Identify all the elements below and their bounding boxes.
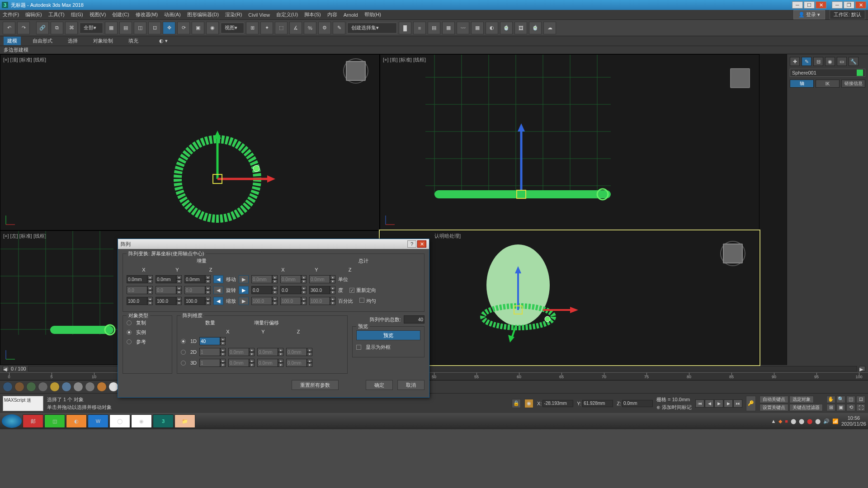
- task-app-4[interactable]: W: [88, 414, 108, 428]
- viewport-front[interactable]: [+] [前] [标准] [线框]: [380, 54, 760, 230]
- pivot-button[interactable]: ⊞: [246, 22, 259, 34]
- cancel-button[interactable]: 取消: [397, 380, 425, 390]
- manip-button[interactable]: ✦: [260, 22, 273, 34]
- spinner-snap-button[interactable]: ⚙: [318, 22, 331, 34]
- isolate-button[interactable]: ◉: [524, 399, 533, 408]
- nav-zoom-ext[interactable]: ⊞: [826, 404, 835, 411]
- ribbon-tab-populate[interactable]: 填充: [125, 37, 142, 45]
- refcoord-selector[interactable]: 视图 ▾: [221, 23, 244, 33]
- object-color-swatch[interactable]: [857, 70, 863, 76]
- link-button[interactable]: 🔗: [36, 22, 49, 34]
- radio-1d[interactable]: [181, 339, 186, 344]
- scale-x-incr[interactable]: ▲▼: [127, 297, 153, 305]
- minimize2-button[interactable]: ─: [832, 1, 843, 9]
- viewport-perspective[interactable]: 认明暗处理]: [380, 230, 760, 365]
- task-app-5[interactable]: ◯: [109, 414, 130, 428]
- menu-script[interactable]: 脚本(S): [304, 11, 321, 18]
- task-explorer[interactable]: 📁: [175, 414, 195, 428]
- task-app-2[interactable]: ◫: [44, 414, 65, 428]
- workspace-selector[interactable]: 工作区: 默认: [830, 10, 865, 19]
- rotate-right-arrow[interactable]: ▶: [239, 286, 249, 294]
- undo-button[interactable]: ↶: [3, 22, 15, 34]
- window-crossing-button[interactable]: ⊡: [148, 22, 161, 34]
- coord-x[interactable]: X:: [537, 400, 573, 407]
- move-x-incr[interactable]: ▲▼: [127, 275, 153, 283]
- uniform-check[interactable]: [359, 298, 364, 303]
- lt-8[interactable]: [85, 382, 95, 392]
- lt-3[interactable]: [26, 382, 36, 392]
- radio-reference[interactable]: [127, 339, 132, 344]
- curve-editor-button[interactable]: 〰: [457, 22, 469, 34]
- task-3dsmax[interactable]: 3: [153, 414, 174, 428]
- select-name-button[interactable]: ▤: [119, 22, 132, 34]
- maxscript-listener[interactable]: MAXScript 迷: [3, 396, 43, 411]
- render-button[interactable]: 🍵: [529, 22, 542, 34]
- rotate-left-arrow[interactable]: ◀: [213, 286, 223, 294]
- menu-civilview[interactable]: Civil View: [248, 12, 269, 18]
- reorient-check[interactable]: [349, 288, 354, 293]
- lt-2[interactable]: [14, 382, 24, 392]
- radio-2d[interactable]: [181, 350, 186, 355]
- lt-4[interactable]: [38, 382, 48, 392]
- align-button[interactable]: ≡: [413, 22, 426, 34]
- menu-view[interactable]: 视图(V): [90, 11, 106, 18]
- select-object-button[interactable]: ▦: [105, 22, 118, 34]
- scale-button[interactable]: ▣: [192, 22, 204, 34]
- start-button[interactable]: [2, 414, 22, 428]
- close2-button[interactable]: ✕: [855, 1, 866, 9]
- coord-z[interactable]: Z:: [617, 400, 653, 407]
- render-frame-button[interactable]: 🖼: [514, 22, 527, 34]
- menu-file[interactable]: 文件(F): [3, 11, 19, 18]
- goto-start-button[interactable]: ⏮: [695, 399, 704, 408]
- tray-icon[interactable]: 🔊: [823, 418, 830, 424]
- login-button[interactable]: 👤 登录 ▾: [793, 10, 825, 19]
- lt-10[interactable]: [108, 382, 118, 392]
- tab-utilities[interactable]: 🔧: [849, 57, 859, 66]
- layer-button[interactable]: ▤: [428, 22, 440, 34]
- rotate-button[interactable]: ⟳: [177, 22, 190, 34]
- placement-button[interactable]: ◉: [206, 22, 219, 34]
- render-setup-button[interactable]: 🍵: [500, 22, 513, 34]
- pill-link[interactable]: 链接信息: [841, 80, 865, 88]
- menu-create[interactable]: 创建(C): [112, 11, 129, 18]
- autokey-button[interactable]: 自动关键点: [760, 396, 788, 403]
- lock-button[interactable]: 🔒: [512, 399, 521, 408]
- coord-y[interactable]: Y:: [577, 400, 613, 407]
- unlink-button[interactable]: ⧉: [51, 22, 63, 34]
- lt-9[interactable]: [97, 382, 107, 392]
- tray-icon[interactable]: ⬤: [791, 418, 796, 424]
- menu-animation[interactable]: 动画(A): [164, 11, 181, 18]
- nav-orbit[interactable]: ⟲: [846, 404, 855, 411]
- d1-count[interactable]: ▲▼: [199, 337, 226, 345]
- tray-icon[interactable]: ▲: [771, 418, 776, 424]
- close-button[interactable]: ✕: [816, 1, 826, 9]
- nav-fov[interactable]: ◫: [846, 396, 855, 403]
- key-mode-button[interactable]: 🔑: [746, 396, 756, 411]
- minimize-button[interactable]: ─: [792, 1, 803, 9]
- prev-frame-button[interactable]: ◀: [705, 399, 714, 408]
- move-right-arrow[interactable]: ▶: [239, 275, 249, 283]
- play-button[interactable]: ▶: [714, 399, 723, 408]
- tray-icon[interactable]: ⬤: [815, 418, 821, 424]
- time-next-button[interactable]: ▶: [859, 366, 865, 371]
- task-app-6[interactable]: ◉: [131, 414, 152, 428]
- setkey-button[interactable]: 设置关键点: [760, 404, 788, 411]
- radio-copy[interactable]: [127, 320, 132, 325]
- rotate-x-tot[interactable]: ▲▼: [251, 286, 278, 294]
- tray-icon[interactable]: ⬤: [799, 418, 804, 424]
- render-online-button[interactable]: ☁: [543, 22, 556, 34]
- radio-3d[interactable]: [181, 361, 186, 366]
- ribbon-toggle-icon[interactable]: ◐ ▾: [159, 38, 168, 44]
- menu-arnold[interactable]: Arnold: [344, 12, 358, 18]
- menu-grapheditors[interactable]: 图形编辑器(D): [187, 11, 219, 18]
- menu-help[interactable]: 帮助(H): [364, 11, 381, 18]
- selset-button[interactable]: 选定对象: [789, 396, 814, 403]
- tab-hierarchy[interactable]: ⊟: [813, 57, 823, 66]
- next-frame-button[interactable]: ▶: [724, 399, 733, 408]
- bind-button[interactable]: ⌘: [65, 22, 78, 34]
- goto-end-button[interactable]: ⏭: [733, 399, 742, 408]
- move-y-incr[interactable]: ▲▼: [156, 275, 182, 283]
- pill-ik[interactable]: IK: [816, 80, 840, 88]
- radio-instance[interactable]: [127, 330, 132, 335]
- tab-create[interactable]: ✚: [790, 57, 800, 66]
